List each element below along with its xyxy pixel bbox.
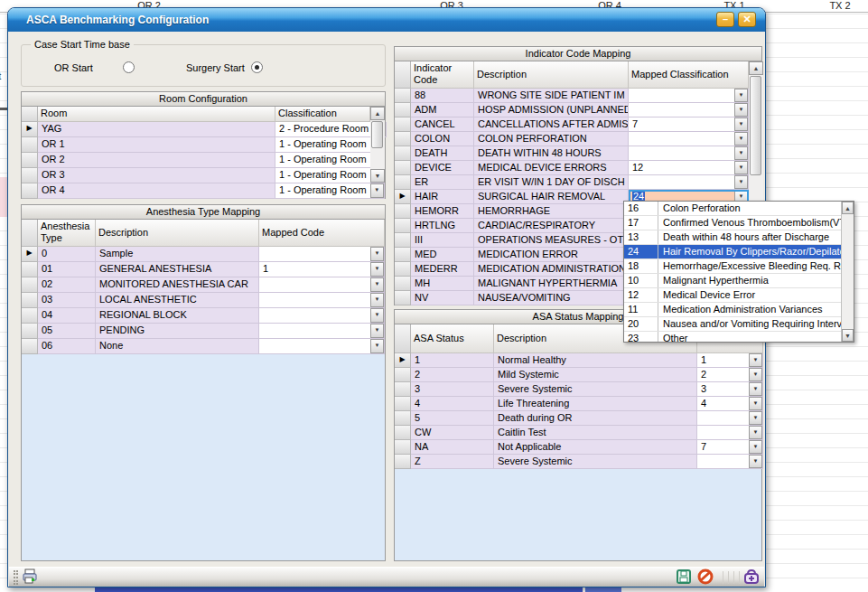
dropdown-arrow-icon[interactable]: ▼ [370,308,384,323]
room-cell[interactable]: OR 2 [38,153,275,168]
mapped-classification-combo[interactable]: ▼ [629,146,749,161]
indicator-code-cell[interactable]: NV [411,291,474,305]
anesthesia-description-cell[interactable]: Sample [96,247,259,262]
mapped-classification-combo[interactable]: ▼ [629,175,749,190]
dropdown-arrow-icon[interactable]: ▼ [734,161,748,174]
dropdown-arrow-icon[interactable]: ▼ [370,339,384,353]
row-selector[interactable] [395,291,411,305]
row-selector[interactable] [22,339,38,354]
surgery-start-radio[interactable] [251,61,263,73]
dropdown-arrow-icon[interactable]: ▼ [734,117,748,131]
indicator-code-cell[interactable]: 88 [411,89,474,103]
asa-status-cell[interactable]: 1 [411,353,494,368]
asa-description-cell[interactable]: Caitlin Test [494,426,697,440]
room-cell[interactable]: YAG [38,122,275,137]
row-selector[interactable] [395,204,411,219]
row-selector[interactable] [395,233,411,248]
row-selector[interactable] [395,397,411,411]
close-button-icon[interactable]: ✕ [738,12,756,27]
dropdown-item[interactable]: 12 Medical Device Error [624,288,854,303]
mapped-code-combo[interactable]: ▼ [259,247,385,262]
indicator-code-cell[interactable]: HRTLNG [411,219,474,233]
row-selector[interactable] [22,262,38,277]
indicator-code-cell[interactable]: DEATH [411,146,474,161]
anesthesia-type-cell[interactable]: 06 [38,339,96,354]
row-selector[interactable] [22,153,38,168]
room-scroll-down-icon[interactable]: ▼ [370,169,385,183]
row-selector[interactable] [395,248,411,262]
row-selector[interactable] [395,426,411,440]
mapped-classification-combo[interactable]: ▼ [629,132,749,146]
dialog-titlebar[interactable]: ASCA Benchmarking Configuration – ✕ [8,8,765,32]
row-selector[interactable] [395,368,411,382]
indicator-description-cell[interactable]: SURGICAL HAIR REMOVAL [474,190,629,204]
row-selector[interactable] [22,308,38,324]
exit-button[interactable] [743,569,762,587]
anesthesia-type-cell[interactable]: 04 [38,308,96,324]
asa-status-cell[interactable]: 2 [411,368,494,382]
mapped-code-combo[interactable]: ▼ [259,324,385,339]
print-button[interactable] [22,569,41,587]
dropdown-item[interactable]: 16 Colon Perforation [624,202,854,216]
or-start-radio[interactable] [123,61,135,73]
indicator-scroll-up-icon[interactable]: ▲ [749,61,763,75]
dropdown-item[interactable]: 23 Other [624,332,854,343]
dropdown-arrow-icon[interactable]: ▼ [734,132,748,146]
asa-status-cell[interactable]: 4 [411,397,494,411]
row-selector[interactable] [22,168,38,183]
dropdown-arrow-icon[interactable]: ▼ [734,89,748,102]
dropdown-arrow-icon[interactable]: ▼ [749,440,762,454]
indicator-code-cell[interactable]: MED [411,248,474,262]
row-selector[interactable] [395,132,411,146]
row-selector[interactable] [395,175,411,190]
indicator-code-cell[interactable]: DEVICE [411,161,474,175]
row-selector-active[interactable]: ▶ [22,247,38,262]
anesthesia-description-cell[interactable]: MONITORED ANESTHESIA CAR [96,277,259,293]
indicator-description-cell[interactable]: ER VISIT W/IN 1 DAY OF DISCH [474,175,629,190]
asa-mapped-combo[interactable]: 7 ▼ [697,440,763,455]
asa-mapped-combo[interactable]: ▼ [697,455,763,469]
anesthesia-description-cell[interactable]: None [96,339,259,354]
indicator-code-cell[interactable]: III [411,233,474,248]
dropdown-arrow-icon[interactable]: ▼ [370,324,384,338]
mapped-code-combo[interactable]: 1 ▼ [259,262,385,277]
dropdown-arrow-icon[interactable]: ▼ [734,175,748,189]
indicator-description-cell[interactable]: WRONG SITE SIDE PATIENT IM [474,89,629,103]
mapped-classification-combo[interactable]: 12 ▼ [629,161,749,175]
dropdown-scroll-down-icon[interactable]: ▼ [842,329,854,342]
row-selector[interactable] [395,411,411,426]
asa-description-cell[interactable]: Not Applicable [494,440,697,455]
row-selector[interactable] [22,183,38,199]
asa-description-cell[interactable]: Severe Systemic [494,382,697,397]
anesthesia-type-cell[interactable]: 01 [38,262,96,277]
row-selector-active[interactable]: ▶ [395,190,411,204]
anesthesia-description-cell[interactable]: PENDING [96,324,259,339]
row-selector[interactable] [395,146,411,161]
indicator-description-cell[interactable]: NAUSEA/VOMITING [474,291,629,305]
dropdown-item[interactable]: 18 Hemorrhage/Excessive Bleeding Req. Re… [624,259,854,274]
minimize-button-icon[interactable]: – [716,12,734,27]
anesthesia-type-cell[interactable]: 02 [38,277,96,293]
row-selector[interactable] [395,262,411,277]
asa-mapped-combo[interactable]: ▼ [697,411,763,426]
room-cell[interactable]: OR 3 [38,168,275,183]
anesthesia-description-cell[interactable]: GENERAL ANESTHESIA [96,262,259,277]
row-selector[interactable] [395,103,411,117]
anesthesia-type-cell[interactable]: 03 [38,293,96,308]
indicator-code-cell[interactable]: CANCEL [411,117,474,132]
dropdown-arrow-icon[interactable]: ▼ [749,455,762,468]
mapped-code-combo[interactable]: ▼ [259,277,385,293]
dropdown-arrow-icon[interactable]: ▼ [734,103,748,117]
anesthesia-description-cell[interactable]: LOCAL ANESTHETIC [96,293,259,308]
asa-status-cell[interactable]: 5 [411,411,494,426]
cancel-button[interactable] [697,569,716,587]
room-cell[interactable]: OR 4 [38,183,275,199]
indicator-description-cell[interactable]: MEDICATION ERROR [474,248,629,262]
dropdown-item[interactable]: 11 Medication Administration Variances [624,303,854,317]
dropdown-arrow-icon[interactable]: ▼ [749,411,762,425]
dropdown-arrow-icon[interactable]: ▼ [734,146,748,160]
anesthesia-type-cell[interactable]: 0 [38,247,96,262]
indicator-description-cell[interactable]: COLON PERFORATION [474,132,629,146]
indicator-scroll-thumb[interactable] [750,76,761,175]
dropdown-arrow-icon[interactable]: ▼ [370,277,384,292]
